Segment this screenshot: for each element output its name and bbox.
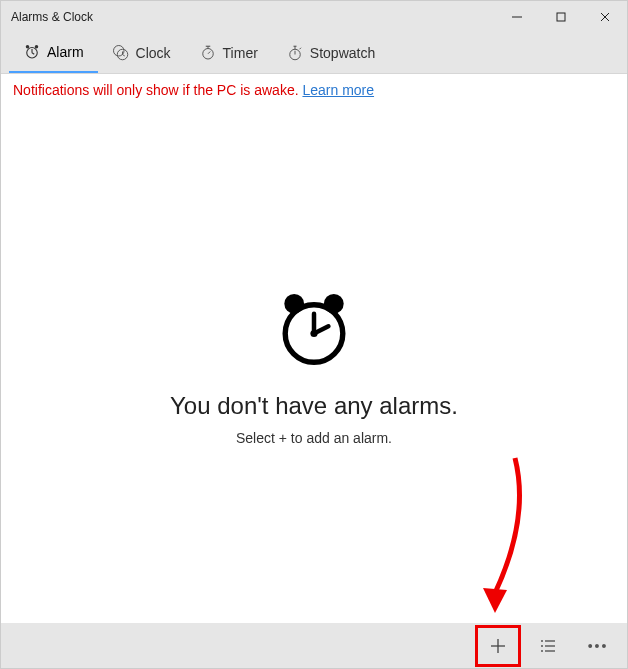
- svg-line-16: [208, 52, 210, 54]
- empty-heading: You don't have any alarms.: [170, 392, 458, 420]
- timer-icon: [199, 44, 217, 62]
- add-alarm-button[interactable]: [475, 625, 521, 667]
- svg-point-6: [35, 45, 38, 48]
- title-bar: Alarms & Clock: [1, 1, 627, 33]
- stopwatch-icon: [286, 44, 304, 62]
- tab-label: Alarm: [47, 44, 84, 60]
- select-button[interactable]: [525, 625, 571, 667]
- maximize-button[interactable]: [539, 1, 583, 33]
- svg-point-5: [26, 45, 29, 48]
- content-area: You don't have any alarms. Select + to a…: [1, 106, 627, 623]
- tab-bar: Alarm Clock Timer Stopwatch: [1, 33, 627, 74]
- select-icon: [538, 636, 558, 656]
- maximize-icon: [555, 11, 567, 23]
- window-title: Alarms & Clock: [11, 10, 495, 24]
- tab-stopwatch[interactable]: Stopwatch: [272, 33, 389, 73]
- minimize-icon: [511, 11, 523, 23]
- svg-line-12: [122, 55, 124, 57]
- tab-clock[interactable]: Clock: [98, 33, 185, 73]
- alarm-icon: [23, 43, 41, 61]
- empty-subtext: Select + to add an alarm.: [236, 430, 392, 446]
- learn-more-link[interactable]: Learn more: [302, 82, 374, 98]
- tab-label: Timer: [223, 45, 258, 61]
- ellipsis-icon: •••: [588, 638, 609, 654]
- close-button[interactable]: [583, 1, 627, 33]
- notification-bar: Notifications will only show if the PC i…: [1, 74, 627, 106]
- minimize-button[interactable]: [495, 1, 539, 33]
- command-bar: •••: [1, 623, 627, 668]
- close-icon: [599, 11, 611, 23]
- alarm-empty-icon: [269, 284, 359, 378]
- notification-text: Notifications will only show if the PC i…: [13, 82, 302, 98]
- tab-label: Clock: [136, 45, 171, 61]
- plus-icon: [488, 636, 508, 656]
- svg-line-20: [299, 48, 301, 50]
- svg-line-8: [32, 53, 34, 55]
- svg-rect-1: [557, 13, 565, 21]
- more-button[interactable]: •••: [575, 625, 621, 667]
- tab-label: Stopwatch: [310, 45, 375, 61]
- annotation-arrow: [445, 448, 535, 618]
- tab-alarm[interactable]: Alarm: [9, 33, 98, 73]
- clock-icon: [112, 44, 130, 62]
- svg-marker-28: [483, 588, 507, 613]
- tab-timer[interactable]: Timer: [185, 33, 272, 73]
